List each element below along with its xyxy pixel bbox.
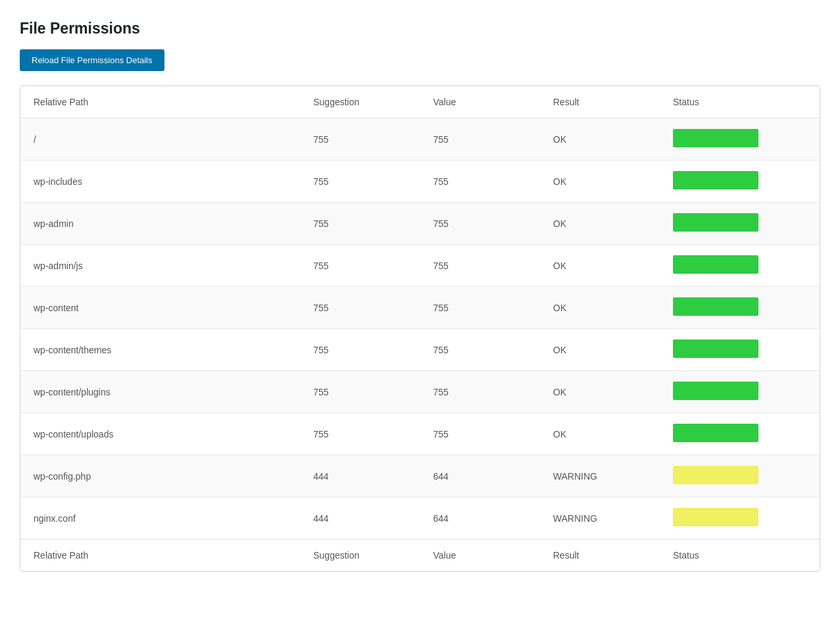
col-footer-value: Value xyxy=(420,539,540,572)
cell-result: WARNING xyxy=(540,455,660,497)
status-badge xyxy=(673,508,758,526)
cell-path: wp-config.php xyxy=(20,455,300,497)
cell-value: 755 xyxy=(420,245,540,287)
cell-status xyxy=(660,371,820,413)
table-body: /755755OKwp-includes755755OKwp-admin7557… xyxy=(20,118,820,539)
cell-value: 755 xyxy=(420,203,540,245)
status-badge xyxy=(673,297,758,316)
cell-status xyxy=(660,287,820,329)
cell-value: 755 xyxy=(420,329,540,371)
cell-result: OK xyxy=(540,161,660,203)
table-footer-row: Relative Path Suggestion Value Result St… xyxy=(20,539,820,572)
cell-suggestion: 444 xyxy=(300,455,420,497)
cell-value: 644 xyxy=(420,497,540,539)
permissions-table: Relative Path Suggestion Value Result St… xyxy=(20,86,820,571)
cell-suggestion: 755 xyxy=(300,203,420,245)
permissions-table-wrapper: Relative Path Suggestion Value Result St… xyxy=(20,86,820,572)
cell-suggestion: 755 xyxy=(300,287,420,329)
col-footer-path: Relative Path xyxy=(20,539,300,572)
cell-result: OK xyxy=(540,245,660,287)
col-header-suggestion: Suggestion xyxy=(300,86,420,118)
cell-status xyxy=(660,203,820,245)
table-row: wp-admin755755OK xyxy=(20,203,820,245)
table-row: wp-admin/js755755OK xyxy=(20,245,820,287)
cell-path: wp-content xyxy=(20,287,300,329)
cell-value: 755 xyxy=(420,413,540,455)
cell-suggestion: 444 xyxy=(300,497,420,539)
table-row: wp-content755755OK xyxy=(20,287,820,329)
table-header-row: Relative Path Suggestion Value Result St… xyxy=(20,86,820,118)
table-row: wp-config.php444644WARNING xyxy=(20,455,820,497)
cell-path: wp-admin/js xyxy=(20,245,300,287)
cell-status xyxy=(660,245,820,287)
table-row: wp-content/uploads755755OK xyxy=(20,413,820,455)
col-footer-suggestion: Suggestion xyxy=(300,539,420,572)
cell-value: 755 xyxy=(420,118,540,161)
status-badge xyxy=(673,213,758,232)
table-row: nginx.conf444644WARNING xyxy=(20,497,820,539)
cell-suggestion: 755 xyxy=(300,413,420,455)
cell-result: OK xyxy=(540,287,660,329)
cell-path: / xyxy=(20,118,300,161)
status-badge xyxy=(673,339,758,358)
cell-suggestion: 755 xyxy=(300,329,420,371)
cell-suggestion: 755 xyxy=(300,245,420,287)
cell-value: 755 xyxy=(420,371,540,413)
col-footer-status: Status xyxy=(660,539,820,572)
cell-result: OK xyxy=(540,329,660,371)
table-row: wp-content/plugins755755OK xyxy=(20,371,820,413)
cell-path: wp-includes xyxy=(20,161,300,203)
cell-suggestion: 755 xyxy=(300,161,420,203)
cell-path: wp-content/themes xyxy=(20,329,300,371)
cell-result: OK xyxy=(540,413,660,455)
status-badge xyxy=(673,424,758,442)
cell-value: 644 xyxy=(420,455,540,497)
cell-status xyxy=(660,455,820,497)
table-row: wp-content/themes755755OK xyxy=(20,329,820,371)
table-row: /755755OK xyxy=(20,118,820,161)
reload-button[interactable]: Reload File Permissions Details xyxy=(20,49,164,71)
cell-value: 755 xyxy=(420,287,540,329)
cell-status xyxy=(660,118,820,161)
cell-result: OK xyxy=(540,203,660,245)
cell-result: WARNING xyxy=(540,497,660,539)
cell-suggestion: 755 xyxy=(300,118,420,161)
table-row: wp-includes755755OK xyxy=(20,161,820,203)
status-badge xyxy=(673,382,758,400)
col-header-result: Result xyxy=(540,86,660,118)
status-badge xyxy=(673,129,758,147)
cell-result: OK xyxy=(540,371,660,413)
cell-value: 755 xyxy=(420,161,540,203)
cell-suggestion: 755 xyxy=(300,371,420,413)
cell-path: wp-admin xyxy=(20,203,300,245)
cell-status xyxy=(660,497,820,539)
cell-path: wp-content/plugins xyxy=(20,371,300,413)
cell-result: OK xyxy=(540,118,660,161)
cell-path: nginx.conf xyxy=(20,497,300,539)
cell-path: wp-content/uploads xyxy=(20,413,300,455)
status-badge xyxy=(673,466,758,484)
status-badge xyxy=(673,255,758,274)
col-header-value: Value xyxy=(420,86,540,118)
page-title: File Permissions xyxy=(20,20,820,38)
cell-status xyxy=(660,413,820,455)
cell-status xyxy=(660,329,820,371)
col-header-path: Relative Path xyxy=(20,86,300,118)
status-badge xyxy=(673,171,758,189)
col-header-status: Status xyxy=(660,86,820,118)
cell-status xyxy=(660,161,820,203)
col-footer-result: Result xyxy=(540,539,660,572)
